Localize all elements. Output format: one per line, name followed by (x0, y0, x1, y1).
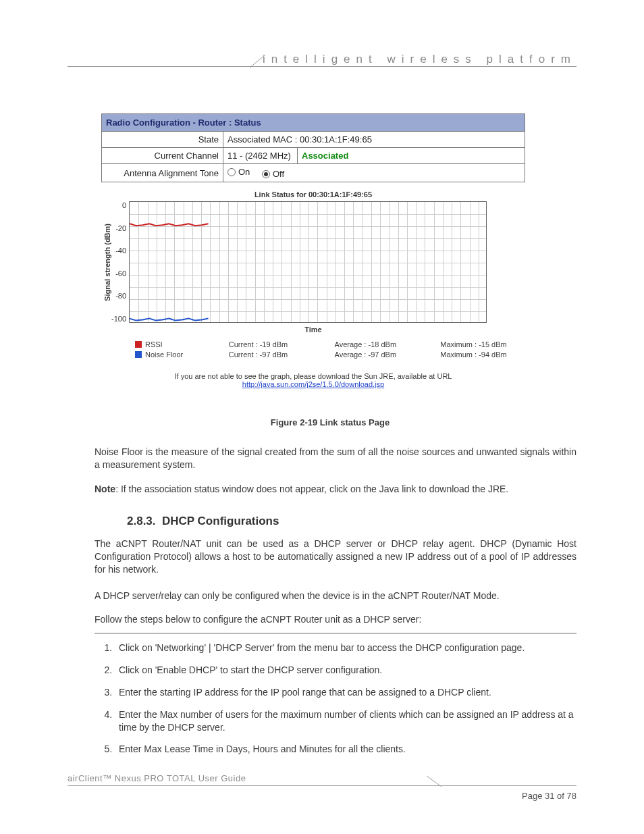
jre-note: If you are not able to see the graph, pl… (101, 372, 525, 388)
link-status-chart: Link Status for 00:30:1A:1F:49:65 Signal… (101, 190, 525, 388)
ytick: -100 (111, 315, 126, 323)
svg-line-1 (427, 776, 441, 787)
ytick: -40 (111, 246, 126, 255)
list-item: Click on 'Enable DHCP' to start the DHCP… (115, 664, 576, 677)
list-item: Enter the starting IP address for the IP… (115, 686, 576, 699)
radio-icon (227, 168, 236, 176)
radio-icon (262, 170, 270, 178)
stat-value: -18 dBm (368, 340, 396, 348)
table-row: Current Channel 11 - (2462 MHz) Associat… (102, 148, 525, 164)
table-row: State Associated MAC : 00:30:1A:1F:49:65 (102, 132, 525, 148)
tone-on-radio[interactable]: On (227, 167, 250, 177)
horizontal-rule (95, 633, 576, 634)
legend-name: Noise Floor (145, 350, 183, 359)
footer-diagonal-icon (427, 776, 441, 789)
channel-value: 11 - (2462 MHz) (223, 148, 298, 164)
chart-title: Link Status for 00:30:1A:1F:49:65 (101, 190, 525, 199)
stat-value: -94 dBm (479, 350, 507, 359)
chart-legend-stats: RSSI Current : -19 dBm Average : -18 dBm… (101, 340, 525, 359)
stat-label: Maximum : (440, 340, 477, 348)
stat-value: -97 dBm (260, 350, 288, 359)
chart-ylabel: Signal strength (dBm) (101, 224, 111, 301)
chart-xlabel: Time (101, 325, 525, 334)
jre-note-text: If you are not able to see the graph, pl… (175, 372, 452, 380)
state-value: Associated MAC : 00:30:1A:1F:49:65 (223, 132, 525, 148)
heading-title: DHCP Configurations (162, 515, 279, 527)
stat-label: Current : (229, 340, 258, 348)
tone-label: Antenna Alignment Tone (102, 164, 223, 182)
figure-caption: Figure 2-19 Link status Page (101, 417, 559, 427)
header-rule (68, 66, 576, 67)
chart-yticks: 0 -20 -40 -60 -80 -100 (111, 201, 129, 323)
chart-plot-area (129, 201, 487, 323)
paragraph-note: Note: If the association status window d… (95, 483, 576, 496)
legend-name: RSSI (145, 340, 163, 348)
stat-label: Maximum : (440, 350, 477, 359)
footer-rule (68, 785, 576, 786)
page-footer: airClient™ Nexus PRO TOTAL User Guide Pa… (68, 785, 576, 804)
section-heading: 2.8.3. DHCP Configurations (127, 515, 279, 528)
paragraph-steps-intro: Follow the steps below to configure the … (95, 613, 576, 626)
steps-list: Click on 'Networking' | 'DHCP Server' fr… (115, 642, 576, 765)
note-text: : If the association status window does … (115, 484, 508, 494)
legend-color-icon (135, 341, 142, 348)
stat-value: -15 dBm (479, 340, 507, 348)
channel-label: Current Channel (102, 148, 223, 164)
ytick: -80 (111, 292, 126, 300)
legend-color-icon (135, 351, 142, 358)
stat-value: -19 dBm (260, 340, 288, 348)
paragraph-noise-floor: Noise Floor is the measure of the signal… (95, 446, 576, 471)
list-item: Enter Max Lease Time in Days, Hours and … (115, 743, 576, 756)
footer-page-number: Page 31 of 78 (522, 791, 576, 801)
stat-label: Average : (335, 350, 367, 359)
channel-status: Associated (302, 151, 348, 161)
tone-off-label: Off (273, 169, 284, 179)
footer-guide-title: airClient™ Nexus PRO TOTAL User Guide (68, 773, 246, 783)
paragraph-dhcp-intro: The aCNPT Router/NAT unit can be used as… (95, 538, 576, 576)
list-item: Enter the Max number of users for the ma… (115, 708, 576, 734)
jre-download-link[interactable]: http://java.sun.com/j2se/1.5.0/download.… (242, 380, 384, 388)
paragraph-dhcp-mode: A DHCP server/relay can only be configur… (95, 590, 576, 602)
stat-label: Current : (229, 350, 258, 359)
note-label: Note (95, 484, 115, 494)
table-row: Antenna Alignment Tone On Off (102, 164, 525, 182)
stat-label: Average : (335, 340, 367, 348)
table-title: Radio Configuration - Router : Status (102, 114, 525, 132)
tone-off-radio[interactable]: Off (262, 169, 284, 179)
tone-on-label: On (238, 167, 250, 177)
radio-config-table: Radio Configuration - Router : Status St… (101, 113, 525, 182)
state-label: State (102, 132, 223, 148)
ytick: 0 (111, 201, 126, 209)
ytick: -20 (111, 224, 126, 232)
header-tagline: intelligent wireless platform (263, 53, 576, 66)
list-item: Click on 'Networking' | 'DHCP Server' fr… (115, 642, 576, 654)
heading-number: 2.8.3. (127, 515, 156, 527)
stat-value: -97 dBm (368, 350, 396, 359)
ytick: -60 (111, 269, 126, 278)
